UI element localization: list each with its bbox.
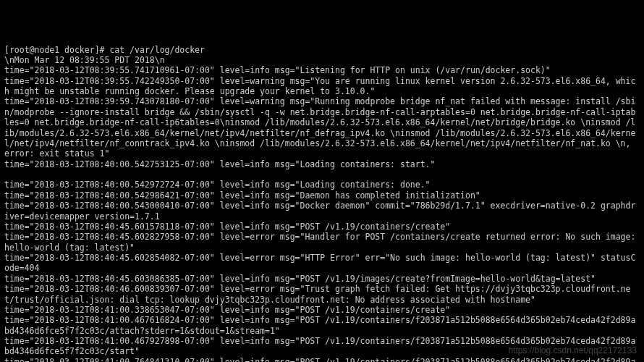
log-line: \nMon Mar 12 08:39:55 PDT 2018\n	[4, 55, 640, 65]
log-line: time="2018-03-12T08:41:00.764841310-07:0…	[4, 357, 640, 362]
log-line: time="2018-03-12T08:40:45.603086385-07:0…	[4, 274, 640, 284]
log-line: time="2018-03-12T08:40:46.600839307-07:0…	[4, 284, 640, 305]
log-line: time="2018-03-12T08:40:45.602854082-07:0…	[4, 253, 640, 274]
prompt-bracket-open: [	[4, 45, 9, 55]
log-line: time="2018-03-12T08:40:00.542986421-07:0…	[4, 190, 640, 201]
log-line: time="2018-03-12T08:40:45.601578118-07:0…	[4, 222, 640, 232]
log-line: time="2018-03-12T08:40:45.602827958-07:0…	[4, 232, 640, 253]
blank-line	[4, 169, 640, 180]
log-line: time="2018-03-12T08:41:00.467927898-07:0…	[4, 336, 640, 357]
log-line: time="2018-03-12T08:40:00.543000410-07:0…	[4, 201, 640, 222]
log-line: time="2018-03-12T08:39:55.742249350-07:0…	[4, 76, 640, 97]
log-line: time="2018-03-12T08:39:59.743078180-07:0…	[4, 96, 640, 159]
command-text: cat /var/log/docker	[109, 45, 205, 55]
log-line: time="2018-03-12T08:41:00.467616824-07:0…	[4, 315, 640, 336]
log-line: time="2018-03-12T08:39:55.741710961-07:0…	[4, 65, 640, 75]
terminal-output[interactable]: [root@node1 docker]# cat /var/log/docker…	[4, 45, 640, 363]
prompt-suffix: ]#	[95, 45, 110, 55]
prompt-user-host: root@node1 docker	[9, 45, 95, 55]
log-line: time="2018-03-12T08:40:00.542753125-07:0…	[4, 159, 640, 169]
log-line: time="2018-03-12T08:41:00.338653047-07:0…	[4, 305, 640, 315]
log-line: time="2018-03-12T08:40:00.542972724-07:0…	[4, 180, 640, 190]
